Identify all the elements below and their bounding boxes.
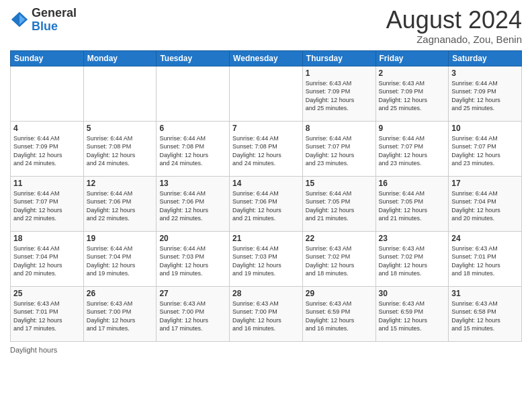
- week-row-1: 1Sunrise: 6:43 AM Sunset: 7:09 PM Daylig…: [11, 66, 522, 121]
- day-cell: [157, 66, 230, 121]
- day-number: 5: [87, 124, 154, 133]
- day-info: Sunrise: 6:44 AM Sunset: 7:07 PM Dayligh…: [379, 134, 446, 168]
- day-info: Sunrise: 6:43 AM Sunset: 7:09 PM Dayligh…: [379, 79, 446, 113]
- day-info: Sunrise: 6:44 AM Sunset: 7:06 PM Dayligh…: [232, 189, 300, 223]
- day-number: 1: [306, 68, 373, 78]
- logo-icon: [10, 11, 29, 30]
- calendar-header: SundayMondayTuesdayWednesdayThursdayFrid…: [11, 50, 522, 66]
- day-cell: 1Sunrise: 6:43 AM Sunset: 7:09 PM Daylig…: [302, 66, 375, 121]
- day-cell: 3Sunrise: 6:44 AM Sunset: 7:09 PM Daylig…: [449, 66, 522, 121]
- header-cell-friday: Friday: [375, 50, 449, 66]
- day-info: Sunrise: 6:44 AM Sunset: 7:07 PM Dayligh…: [451, 134, 519, 168]
- logo: General Blue: [10, 7, 77, 34]
- day-cell: 31Sunrise: 6:43 AM Sunset: 6:58 PM Dayli…: [449, 286, 522, 341]
- day-number: 12: [87, 179, 154, 188]
- day-number: 27: [159, 289, 226, 298]
- day-cell: 17Sunrise: 6:44 AM Sunset: 7:04 PM Dayli…: [449, 176, 522, 231]
- header-cell-saturday: Saturday: [449, 50, 522, 66]
- day-cell: 8Sunrise: 6:44 AM Sunset: 7:07 PM Daylig…: [302, 121, 375, 176]
- day-info: Sunrise: 6:43 AM Sunset: 7:00 PM Dayligh…: [232, 300, 300, 333]
- day-cell: [83, 66, 157, 121]
- day-info: Sunrise: 6:44 AM Sunset: 7:03 PM Dayligh…: [232, 244, 300, 278]
- day-cell: 18Sunrise: 6:44 AM Sunset: 7:04 PM Dayli…: [11, 231, 84, 286]
- day-info: Sunrise: 6:44 AM Sunset: 7:04 PM Dayligh…: [451, 189, 519, 223]
- day-cell: 25Sunrise: 6:43 AM Sunset: 7:01 PM Dayli…: [11, 286, 84, 341]
- logo-blue: Blue: [32, 20, 77, 34]
- header-cell-thursday: Thursday: [302, 50, 375, 66]
- day-cell: 30Sunrise: 6:43 AM Sunset: 6:59 PM Dayli…: [375, 286, 449, 341]
- day-info: Sunrise: 6:43 AM Sunset: 7:00 PM Dayligh…: [87, 300, 154, 333]
- day-info: Sunrise: 6:43 AM Sunset: 6:59 PM Dayligh…: [306, 300, 373, 333]
- day-info: Sunrise: 6:44 AM Sunset: 7:06 PM Dayligh…: [87, 189, 154, 223]
- day-cell: 22Sunrise: 6:43 AM Sunset: 7:02 PM Dayli…: [302, 231, 375, 286]
- day-info: Sunrise: 6:44 AM Sunset: 7:06 PM Dayligh…: [159, 189, 226, 223]
- day-number: 25: [13, 289, 81, 298]
- header-row: SundayMondayTuesdayWednesdayThursdayFrid…: [11, 50, 522, 66]
- day-cell: 24Sunrise: 6:43 AM Sunset: 7:01 PM Dayli…: [449, 231, 522, 286]
- week-row-2: 4Sunrise: 6:44 AM Sunset: 7:09 PM Daylig…: [11, 121, 522, 176]
- logo-text: General Blue: [32, 7, 77, 34]
- day-number: 24: [451, 234, 519, 243]
- day-cell: [230, 66, 303, 121]
- day-cell: 7Sunrise: 6:44 AM Sunset: 7:08 PM Daylig…: [230, 121, 303, 176]
- day-number: 26: [87, 289, 154, 298]
- day-number: 28: [232, 289, 300, 298]
- day-number: 20: [159, 234, 226, 243]
- header-cell-tuesday: Tuesday: [157, 50, 230, 66]
- week-row-3: 11Sunrise: 6:44 AM Sunset: 7:07 PM Dayli…: [11, 176, 522, 231]
- day-cell: 16Sunrise: 6:44 AM Sunset: 7:05 PM Dayli…: [375, 176, 449, 231]
- day-cell: 6Sunrise: 6:44 AM Sunset: 7:08 PM Daylig…: [157, 121, 230, 176]
- day-cell: 19Sunrise: 6:44 AM Sunset: 7:04 PM Dayli…: [83, 231, 157, 286]
- day-number: 31: [451, 289, 519, 298]
- day-number: 22: [306, 234, 373, 243]
- day-cell: 15Sunrise: 6:44 AM Sunset: 7:05 PM Dayli…: [302, 176, 375, 231]
- day-info: Sunrise: 6:44 AM Sunset: 7:09 PM Dayligh…: [13, 134, 81, 168]
- day-cell: 2Sunrise: 6:43 AM Sunset: 7:09 PM Daylig…: [375, 66, 449, 121]
- header-cell-sunday: Sunday: [11, 50, 84, 66]
- day-cell: 27Sunrise: 6:43 AM Sunset: 7:00 PM Dayli…: [157, 286, 230, 341]
- day-cell: 11Sunrise: 6:44 AM Sunset: 7:07 PM Dayli…: [11, 176, 84, 231]
- calendar-table: SundayMondayTuesdayWednesdayThursdayFrid…: [10, 50, 522, 342]
- day-info: Sunrise: 6:44 AM Sunset: 7:08 PM Dayligh…: [159, 134, 226, 168]
- day-info: Sunrise: 6:43 AM Sunset: 7:02 PM Dayligh…: [306, 244, 373, 278]
- day-info: Sunrise: 6:44 AM Sunset: 7:05 PM Dayligh…: [306, 189, 373, 223]
- day-info: Sunrise: 6:44 AM Sunset: 7:03 PM Dayligh…: [159, 244, 226, 278]
- day-number: 10: [451, 124, 519, 133]
- day-cell: 5Sunrise: 6:44 AM Sunset: 7:08 PM Daylig…: [83, 121, 157, 176]
- day-cell: 13Sunrise: 6:44 AM Sunset: 7:06 PM Dayli…: [157, 176, 230, 231]
- day-info: Sunrise: 6:43 AM Sunset: 7:01 PM Dayligh…: [13, 300, 81, 333]
- day-number: 30: [379, 289, 446, 298]
- day-number: 11: [13, 179, 81, 188]
- day-info: Sunrise: 6:43 AM Sunset: 7:02 PM Dayligh…: [379, 244, 446, 278]
- calendar-body: 1Sunrise: 6:43 AM Sunset: 7:09 PM Daylig…: [11, 66, 522, 341]
- day-info: Sunrise: 6:43 AM Sunset: 7:01 PM Dayligh…: [451, 244, 519, 278]
- day-info: Sunrise: 6:43 AM Sunset: 6:58 PM Dayligh…: [451, 300, 519, 333]
- day-number: 14: [232, 179, 300, 188]
- day-number: 8: [306, 124, 373, 133]
- day-cell: 26Sunrise: 6:43 AM Sunset: 7:00 PM Dayli…: [83, 286, 157, 341]
- daylight-label: Daylight hours: [10, 346, 57, 354]
- day-cell: 28Sunrise: 6:43 AM Sunset: 7:00 PM Dayli…: [230, 286, 303, 341]
- day-cell: 23Sunrise: 6:43 AM Sunset: 7:02 PM Dayli…: [375, 231, 449, 286]
- day-info: Sunrise: 6:44 AM Sunset: 7:08 PM Dayligh…: [87, 134, 154, 168]
- day-number: 9: [379, 124, 446, 133]
- day-number: 29: [306, 289, 373, 298]
- week-row-4: 18Sunrise: 6:44 AM Sunset: 7:04 PM Dayli…: [11, 231, 522, 286]
- day-info: Sunrise: 6:44 AM Sunset: 7:07 PM Dayligh…: [13, 189, 81, 223]
- calendar-subtitle: Zagnanado, Zou, Benin: [386, 34, 522, 45]
- page: General Blue August 2024 Zagnanado, Zou,…: [0, 0, 532, 411]
- day-number: 19: [87, 234, 154, 243]
- day-info: Sunrise: 6:44 AM Sunset: 7:04 PM Dayligh…: [13, 244, 81, 278]
- day-info: Sunrise: 6:43 AM Sunset: 6:59 PM Dayligh…: [379, 300, 446, 333]
- day-cell: [11, 66, 84, 121]
- calendar-title: August 2024: [386, 7, 522, 34]
- day-info: Sunrise: 6:44 AM Sunset: 7:07 PM Dayligh…: [306, 134, 373, 168]
- day-cell: 21Sunrise: 6:44 AM Sunset: 7:03 PM Dayli…: [230, 231, 303, 286]
- day-number: 7: [232, 124, 300, 133]
- day-info: Sunrise: 6:44 AM Sunset: 7:08 PM Dayligh…: [232, 134, 300, 168]
- day-number: 6: [159, 124, 226, 133]
- header-cell-monday: Monday: [83, 50, 157, 66]
- day-info: Sunrise: 6:44 AM Sunset: 7:05 PM Dayligh…: [379, 189, 446, 223]
- logo-general: General: [32, 7, 77, 20]
- header-cell-wednesday: Wednesday: [230, 50, 303, 66]
